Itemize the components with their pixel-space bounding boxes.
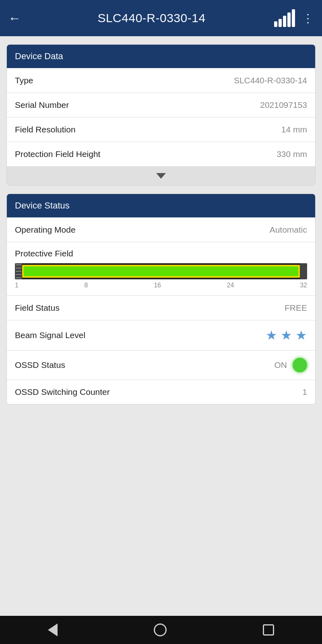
ossd-status-text: ON bbox=[275, 360, 287, 370]
bar-tick-labels: 1 8 16 24 32 bbox=[15, 282, 307, 289]
ossd-status-label: OSSD Status bbox=[15, 360, 65, 370]
bar-tick-8: 8 bbox=[85, 282, 88, 289]
menu-button[interactable]: ⋮ bbox=[302, 12, 314, 25]
field-status-value: FREE bbox=[285, 303, 307, 313]
ossd-switching-counter-row: OSSD Switching Counter 1 bbox=[7, 380, 315, 404]
protective-field-label: Protective Field bbox=[15, 249, 307, 258]
type-label: Type bbox=[15, 76, 33, 85]
operating-mode-value: Automatic bbox=[270, 225, 307, 235]
serial-number-value: 2021097153 bbox=[260, 100, 307, 110]
operating-mode-label: Operating Mode bbox=[15, 225, 76, 235]
operating-mode-row: Operating Mode Automatic bbox=[7, 217, 315, 242]
ossd-switching-counter-label: OSSD Switching Counter bbox=[15, 387, 110, 397]
header-title: SLC440-R-0330-14 bbox=[29, 11, 274, 25]
star-1-icon: ★ bbox=[266, 328, 277, 343]
field-resolution-label: Field Resolution bbox=[15, 125, 76, 134]
ossd-status-dot bbox=[293, 358, 307, 372]
type-row: Type SLC440-R-0330-14 bbox=[7, 68, 315, 93]
protective-field-row: Protective Field 1 8 16 24 32 bbox=[7, 242, 315, 295]
bar-green-layer bbox=[24, 266, 298, 276]
type-value: SLC440-R-0330-14 bbox=[234, 76, 307, 85]
signal-icon bbox=[274, 9, 295, 27]
serial-number-row: Serial Number 2021097153 bbox=[7, 93, 315, 117]
beam-signal-stars: ★ ★ ★ bbox=[266, 328, 307, 343]
field-resolution-row: Field Resolution 14 mm bbox=[7, 117, 315, 142]
protection-field-height-label: Protection Field Height bbox=[15, 149, 100, 159]
bar-tick-1: 1 bbox=[15, 282, 19, 289]
ossd-status-container: ON bbox=[275, 358, 308, 372]
device-status-header: Device Status bbox=[7, 194, 315, 217]
ossd-status-row: OSSD Status ON bbox=[7, 350, 315, 380]
device-data-header: Device Data bbox=[7, 45, 315, 68]
back-button[interactable]: ← bbox=[8, 11, 21, 26]
ossd-switching-counter-value: 1 bbox=[302, 387, 307, 397]
bar-tick-24: 24 bbox=[227, 282, 234, 289]
protection-field-height-value: 330 mm bbox=[277, 149, 307, 159]
nav-recent-icon[interactable] bbox=[263, 624, 274, 636]
serial-number-label: Serial Number bbox=[15, 100, 69, 110]
nav-back-icon[interactable] bbox=[48, 623, 58, 636]
star-3-icon: ★ bbox=[295, 328, 307, 343]
bar-right-block bbox=[300, 263, 307, 279]
bar-tick-16: 16 bbox=[154, 282, 161, 289]
nav-home-icon[interactable] bbox=[154, 623, 167, 636]
main-content: Device Data Type SLC440-R-0330-14 Serial… bbox=[0, 36, 322, 616]
bar-tick-32: 32 bbox=[300, 282, 307, 289]
beam-signal-level-label: Beam Signal Level bbox=[15, 330, 85, 340]
app-header: ← SLC440-R-0330-14 ⋮ bbox=[0, 0, 322, 36]
beam-signal-level-row: Beam Signal Level ★ ★ ★ bbox=[7, 320, 315, 350]
expand-button[interactable] bbox=[7, 166, 315, 185]
field-status-row: Field Status FREE bbox=[7, 295, 315, 320]
chevron-down-icon bbox=[156, 173, 166, 179]
bottom-navigation bbox=[0, 616, 322, 644]
field-resolution-value: 14 mm bbox=[281, 125, 307, 134]
bar-left-block bbox=[15, 263, 22, 279]
device-status-card: Device Status Operating Mode Automatic P… bbox=[6, 194, 316, 405]
device-data-card: Device Data Type SLC440-R-0330-14 Serial… bbox=[6, 44, 316, 186]
field-status-label: Field Status bbox=[15, 303, 60, 313]
star-2-icon: ★ bbox=[281, 328, 292, 343]
protection-field-height-row: Protection Field Height 330 mm bbox=[7, 142, 315, 166]
protective-field-bar bbox=[15, 263, 307, 279]
